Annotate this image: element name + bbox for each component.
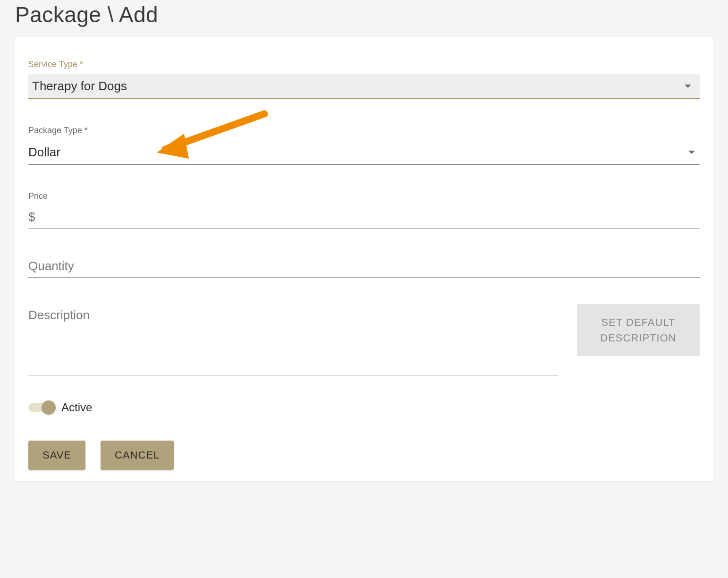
service-type-field: Service Type * Therapy for Dogs [28, 60, 700, 99]
description-left [28, 304, 558, 377]
active-toggle-row: Active [28, 401, 700, 414]
price-field: Price $ [28, 191, 700, 229]
description-input[interactable] [28, 304, 558, 375]
quantity-input[interactable] [28, 255, 700, 278]
quantity-field [28, 255, 700, 278]
package-type-field: Package Type * Dollar [28, 126, 700, 165]
active-label: Active [61, 401, 92, 414]
package-type-value: Dollar [28, 145, 60, 160]
cancel-button[interactable]: CANCEL [101, 441, 174, 470]
description-row: SET DEFAULT DESCRIPTION [28, 304, 700, 377]
active-toggle[interactable] [28, 403, 54, 412]
service-type-label: Service Type * [28, 60, 700, 69]
package-type-label: Package Type * [28, 126, 700, 136]
save-button[interactable]: SAVE [28, 441, 85, 470]
form-card: Service Type * Therapy for Dogs Package … [15, 37, 713, 481]
toggle-handle [42, 400, 56, 415]
chevron-down-icon [688, 151, 695, 154]
package-type-select[interactable]: Dollar [28, 140, 700, 165]
price-input-row: $ [28, 206, 700, 229]
price-prefix: $ [28, 210, 35, 224]
chevron-down-icon [685, 85, 691, 88]
set-default-description-button[interactable]: SET DEFAULT DESCRIPTION [577, 304, 700, 356]
service-type-value: Therapy for Dogs [32, 79, 127, 94]
page-title: Package \ Add [0, 0, 728, 37]
service-type-select[interactable]: Therapy for Dogs [28, 74, 700, 99]
price-input[interactable] [37, 210, 700, 224]
button-row: SAVE CANCEL [28, 441, 700, 470]
price-label: Price [28, 191, 700, 201]
